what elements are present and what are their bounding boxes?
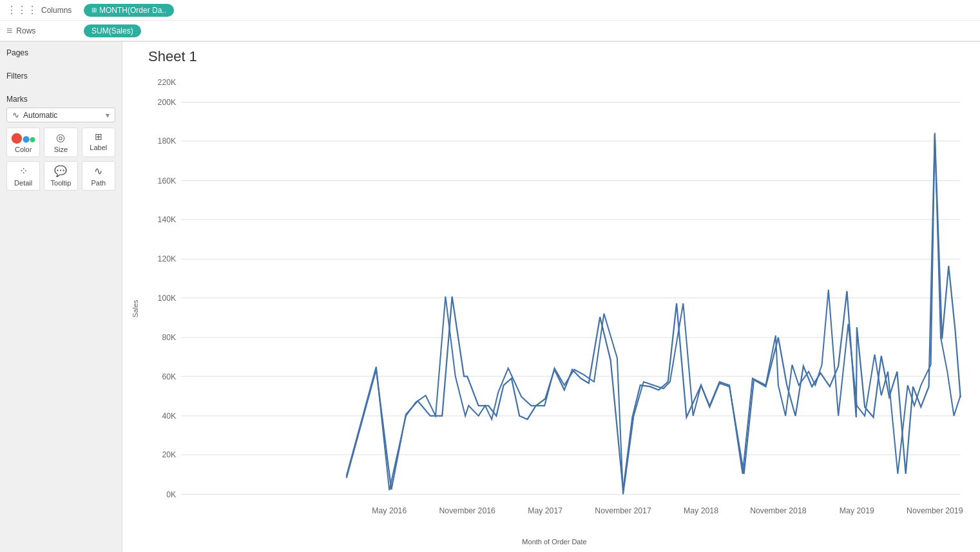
main-area: Pages Filters Marks ∿ Automatic ▾ ⬤⬤⬤ Co… bbox=[0, 42, 980, 552]
svg-text:May 2019: May 2019 bbox=[840, 506, 874, 515]
svg-text:May 2018: May 2018 bbox=[684, 506, 718, 515]
columns-text: Columns bbox=[41, 6, 72, 15]
path-label: Path bbox=[91, 179, 106, 187]
label-label: Label bbox=[90, 144, 107, 151]
svg-text:20K: 20K bbox=[162, 450, 177, 459]
svg-text:120K: 120K bbox=[158, 254, 177, 263]
size-icon: ◎ bbox=[56, 131, 65, 144]
rows-pill[interactable]: SUM(Sales) bbox=[84, 24, 141, 37]
svg-text:0K: 0K bbox=[166, 490, 177, 499]
x-axis-label: Month of Order Date bbox=[142, 535, 967, 546]
columns-shelf: ⋮⋮⋮ Columns ⊞ MONTH(Order Da.. bbox=[0, 0, 980, 21]
svg-text:200K: 200K bbox=[158, 98, 177, 107]
line-chart-polyline bbox=[347, 133, 961, 494]
tooltip-button[interactable]: 💬 Tooltip bbox=[44, 161, 77, 191]
pages-section: Pages bbox=[6, 48, 115, 61]
detail-icon: ⁘ bbox=[19, 165, 28, 177]
tooltip-icon: 💬 bbox=[54, 165, 67, 177]
detail-label: Detail bbox=[14, 179, 32, 187]
svg-text:160K: 160K bbox=[158, 176, 177, 185]
shelves-area: ⋮⋮⋮ Columns ⊞ MONTH(Order Da.. ≡ Rows SU… bbox=[0, 0, 980, 42]
marks-type-label: Automatic bbox=[23, 111, 106, 120]
columns-label: ⋮⋮⋮ Columns bbox=[6, 4, 84, 16]
size-label: Size bbox=[54, 146, 68, 153]
marks-buttons-grid: ⬤⬤⬤ Color ◎ Size ⊞ Label ⁘ Detail 💬 T bbox=[6, 128, 115, 191]
path-icon: ∿ bbox=[94, 165, 102, 177]
svg-text:60K: 60K bbox=[162, 372, 177, 381]
marks-title: Marks bbox=[6, 95, 115, 104]
chart-container: Sales bbox=[129, 71, 967, 546]
svg-text:180K: 180K bbox=[158, 137, 177, 146]
path-button[interactable]: ∿ Path bbox=[82, 161, 115, 191]
pages-title: Pages bbox=[6, 48, 115, 57]
chevron-down-icon: ▾ bbox=[106, 111, 110, 120]
svg-text:May 2016: May 2016 bbox=[372, 506, 407, 515]
svg-text:November 2019: November 2019 bbox=[907, 506, 963, 515]
svg-text:140K: 140K bbox=[158, 215, 177, 224]
rows-text: Rows bbox=[16, 26, 35, 35]
detail-button[interactable]: ⁘ Detail bbox=[6, 161, 40, 191]
chart-inner: 0K 20K 40K 60K 80K 100K 120K 140K 160K 1… bbox=[142, 71, 967, 546]
line-chart-svg: 0K 20K 40K 60K 80K 100K 120K 140K 160K 1… bbox=[142, 71, 967, 535]
filters-section: Filters bbox=[6, 71, 115, 84]
chart-area: Sheet 1 Sales bbox=[122, 42, 980, 552]
svg-text:40K: 40K bbox=[162, 412, 177, 421]
svg-text:May 2017: May 2017 bbox=[528, 506, 562, 515]
y-axis-label: Sales bbox=[129, 71, 142, 546]
chart-svg-wrapper: 0K 20K 40K 60K 80K 100K 120K 140K 160K 1… bbox=[142, 71, 967, 535]
rows-label: ≡ Rows bbox=[6, 25, 84, 37]
svg-text:80K: 80K bbox=[162, 333, 177, 342]
line-chart-polyline-main bbox=[347, 134, 961, 490]
sheet-title: Sheet 1 bbox=[148, 48, 967, 65]
label-button[interactable]: ⊞ Label bbox=[82, 128, 115, 157]
color-icon: ⬤⬤⬤ bbox=[11, 131, 35, 144]
svg-text:November 2016: November 2016 bbox=[439, 506, 495, 515]
filters-title: Filters bbox=[6, 71, 115, 81]
marks-type-dropdown[interactable]: ∿ Automatic ▾ bbox=[6, 108, 115, 122]
rows-shelf: ≡ Rows SUM(Sales) bbox=[0, 21, 980, 41]
sidebar: Pages Filters Marks ∿ Automatic ▾ ⬤⬤⬤ Co… bbox=[0, 42, 122, 552]
svg-text:100K: 100K bbox=[158, 294, 177, 303]
label-icon: ⊞ bbox=[95, 131, 102, 142]
pill-icon: ⊞ bbox=[91, 6, 97, 14]
svg-text:November 2017: November 2017 bbox=[595, 506, 651, 515]
svg-text:220K: 220K bbox=[158, 78, 177, 87]
tooltip-label: Tooltip bbox=[51, 179, 72, 187]
color-button[interactable]: ⬤⬤⬤ Color bbox=[6, 128, 40, 157]
columns-pill[interactable]: ⊞ MONTH(Order Da.. bbox=[84, 4, 174, 17]
marks-section: Marks ∿ Automatic ▾ ⬤⬤⬤ Color ◎ Size ⊞ L… bbox=[6, 95, 115, 191]
svg-text:November 2018: November 2018 bbox=[750, 506, 807, 515]
size-button[interactable]: ◎ Size bbox=[44, 128, 77, 157]
color-label: Color bbox=[15, 146, 32, 153]
